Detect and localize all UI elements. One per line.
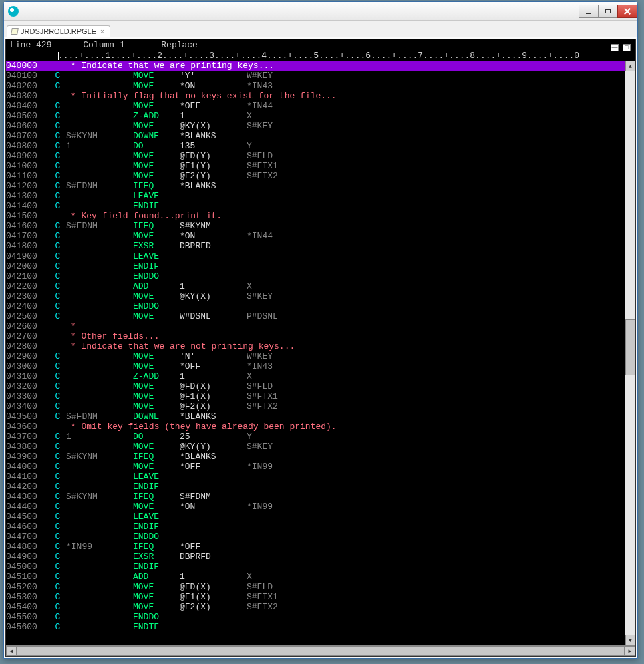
v-scroll-track[interactable]: [625, 71, 635, 635]
code-line[interactable]: 041600 CS#FDNMIFEQS#KYNM: [6, 221, 625, 231]
code-line[interactable]: 040500 CZ-ADD1X: [6, 111, 625, 121]
code-line[interactable]: 041100 CMOVE@F2(Y)S#FTX2: [6, 171, 625, 181]
code-line[interactable]: 040300 * Initially flag that no keys exi…: [6, 91, 625, 101]
h-scroll-track[interactable]: [17, 646, 625, 656]
opcode: LEAVE: [133, 191, 180, 201]
code-line[interactable]: 041200 CS#FDNMIFEQ*BLANKS: [6, 181, 625, 191]
maximize-button[interactable]: [598, 5, 618, 18]
code-line[interactable]: 044500 CLEAVE: [6, 512, 625, 522]
result: [247, 411, 625, 422]
code-line[interactable]: 042100 CENDDO: [6, 271, 625, 281]
scroll-left-icon[interactable]: ◀: [6, 646, 17, 656]
scroll-up-icon[interactable]: ▲: [625, 61, 635, 71]
code-line[interactable]: 043000 CMOVE*OFF*IN43: [6, 361, 625, 371]
titlebar[interactable]: [4, 2, 637, 21]
code-line[interactable]: 044000 CMOVE*OFF*IN99: [6, 462, 625, 472]
factor2: *ON: [180, 81, 247, 91]
scroll-down-icon[interactable]: ▼: [625, 635, 635, 645]
factor1: [66, 361, 133, 371]
v-scroll-thumb[interactable]: [625, 319, 635, 375]
opcode: MOVE: [133, 401, 180, 411]
code-line[interactable]: 041300 CLEAVE: [6, 191, 625, 201]
editor-tab[interactable]: JRDSJRROLD.RPGLE ×: [7, 25, 110, 37]
minimize-button[interactable]: [579, 5, 599, 18]
spec-type: C: [39, 502, 66, 512]
code-line[interactable]: 043700 C1DO25Y: [6, 432, 625, 442]
code-line[interactable]: 040600 CMOVE@KY(X)S#KEY: [6, 121, 625, 131]
code-line[interactable]: 043500 CS#FDNMDOWNE*BLANKS: [6, 411, 625, 422]
factor2: [180, 512, 247, 522]
factor2: [180, 562, 247, 572]
sequence-number: 043100: [6, 371, 39, 381]
result: P#DSNL: [247, 311, 625, 321]
factor2: @F2(X): [180, 602, 247, 612]
code-line[interactable]: 044900 CEXSRDBPRFD: [6, 552, 625, 562]
factor2: @KY(X): [180, 291, 247, 301]
result: *IN43: [247, 81, 625, 91]
code-line[interactable]: 045400 CMOVE@F2(X)S#FTX2: [6, 602, 625, 612]
horizontal-scrollbar[interactable]: ◀ ▶: [6, 645, 635, 656]
code-line[interactable]: 040100 CMOVE'Y'W#KEY: [6, 71, 625, 81]
code-line[interactable]: 045100 CADD1X: [6, 572, 625, 582]
spec-type: C: [39, 522, 66, 532]
code-line[interactable]: 041500 * Key field found...print it.: [6, 211, 625, 221]
code-line[interactable]: 043600 * Omit key fields (they have alre…: [6, 422, 625, 432]
code-line[interactable]: 040200 CMOVE*ON*IN43: [6, 81, 625, 91]
code-area[interactable]: 040000 * Indicate that we are printing k…: [6, 61, 625, 645]
code-line[interactable]: 044400 CMOVE*ON*IN99: [6, 502, 625, 512]
h-scroll-thumb[interactable]: [17, 646, 625, 656]
spec-type: C: [39, 131, 66, 141]
vertical-scrollbar[interactable]: ▲ ▼: [625, 61, 635, 645]
code-line[interactable]: 044800 C*IN99IFEQ*OFF: [6, 542, 625, 552]
code-line[interactable]: 044600 CENDIF: [6, 522, 625, 532]
sequence-number: 041700: [6, 231, 39, 241]
code-line[interactable]: 040000 * Indicate that we are printing k…: [6, 61, 625, 71]
code-line[interactable]: 043400 CMOVE@F2(X)S#FTX2: [6, 401, 625, 411]
code-line[interactable]: 042600 *: [6, 321, 625, 331]
code-line[interactable]: 042500 CMOVEW#DSNLP#DSNL: [6, 311, 625, 321]
close-button[interactable]: [617, 5, 637, 18]
code-line[interactable]: 041400 CENDIF: [6, 201, 625, 211]
spec-type: C: [39, 492, 66, 502]
scroll-right-icon[interactable]: ▶: [625, 646, 635, 656]
code-line[interactable]: 045000 CENDIF: [6, 562, 625, 572]
code-line[interactable]: 044700 CENDDO: [6, 532, 625, 542]
code-line[interactable]: 043900 CS#KYNMIFEQ*BLANKS: [6, 452, 625, 462]
code-line[interactable]: 044100 CLEAVE: [6, 472, 625, 482]
tab-close-icon[interactable]: ×: [99, 28, 106, 35]
code-line[interactable]: 043200 CMOVE@FD(X)S#FLD: [6, 381, 625, 391]
code-line[interactable]: 043800 CMOVE@KY(Y)S#KEY: [6, 442, 625, 452]
comment-text: * Initially flag that no keys exist for …: [39, 91, 625, 101]
spec-type: C: [39, 401, 66, 411]
code-line[interactable]: 042300 CMOVE@KY(X)S#KEY: [6, 291, 625, 301]
code-line[interactable]: 045300 CMOVE@F1(X)S#FTX1: [6, 592, 625, 602]
code-line[interactable]: 045200 CMOVE@FD(X)S#FLD: [6, 582, 625, 592]
code-line[interactable]: 041700 CMOVE*ON*IN44: [6, 231, 625, 241]
code-line[interactable]: 040900 CMOVE@FD(Y)S#FLD: [6, 151, 625, 161]
code-line[interactable]: 041000 CMOVE@F1(Y)S#FTX1: [6, 161, 625, 171]
code-line[interactable]: 040800 C1DO135Y: [6, 141, 625, 151]
sequence-number: 041200: [6, 181, 39, 191]
code-line[interactable]: 044200 CENDIF: [6, 482, 625, 492]
result: [247, 512, 625, 522]
code-line[interactable]: 045600 CENDTF: [6, 622, 625, 632]
code-line[interactable]: 042000 CENDIF: [6, 261, 625, 271]
code-line[interactable]: 044300 CS#KYNMIFEQS#FDNM: [6, 492, 625, 502]
factor1: S#KYNM: [66, 492, 133, 502]
code-line[interactable]: 042900 CMOVE'N'W#KEY: [6, 351, 625, 361]
code-line[interactable]: 045500 CENDDO: [6, 612, 625, 622]
code-line[interactable]: 040400 CMOVE*OFF*IN44: [6, 101, 625, 111]
code-line[interactable]: 041800 CEXSRDBPRFD: [6, 241, 625, 251]
factor1: [66, 602, 133, 612]
code-line[interactable]: 043300 CMOVE@F1(X)S#FTX1: [6, 391, 625, 401]
code-line[interactable]: 041900 CLEAVE: [6, 251, 625, 261]
code-line[interactable]: 040700 CS#KYNMDOWNE*BLANKS: [6, 131, 625, 141]
code-line[interactable]: 043100 CZ-ADD1X: [6, 371, 625, 381]
opcode: MOVE: [133, 391, 180, 401]
code-line[interactable]: 042400 CENDDO: [6, 301, 625, 311]
code-line[interactable]: 042200 CADD1X: [6, 281, 625, 291]
code-line[interactable]: 042800 * Indicate that we are not printi…: [6, 341, 625, 351]
code-line[interactable]: 042700 * Other fields...: [6, 331, 625, 341]
opcode: MOVE: [133, 161, 180, 171]
result: Y: [247, 432, 625, 442]
